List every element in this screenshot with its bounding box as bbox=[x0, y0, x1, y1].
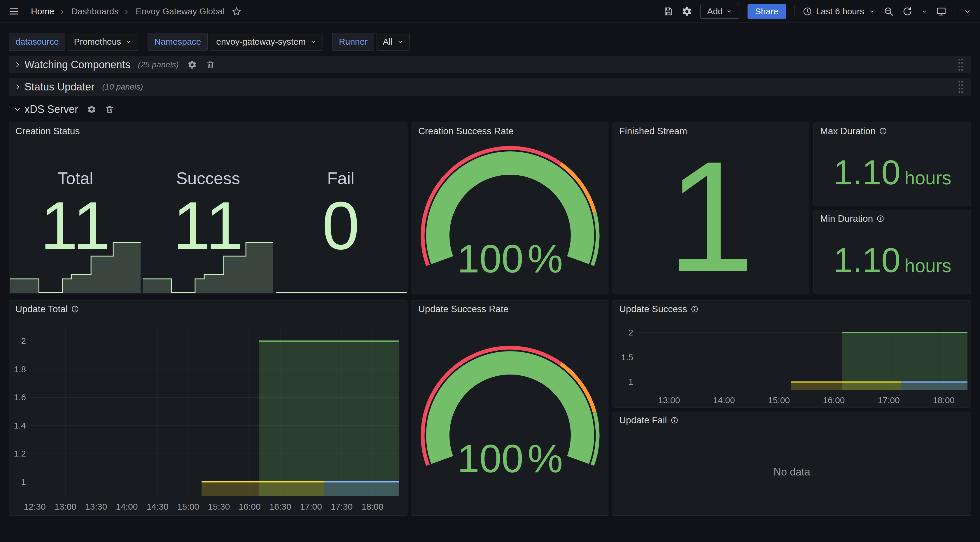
svg-text:17:30: 17:30 bbox=[331, 502, 353, 512]
runner-label: Runner bbox=[332, 33, 374, 51]
row-title[interactable]: Watching Components bbox=[24, 59, 130, 71]
panel-title: Update Total bbox=[16, 304, 68, 314]
chevron-down-icon bbox=[310, 38, 317, 45]
svg-text:17:00: 17:00 bbox=[300, 502, 322, 512]
panel-title: Min Duration bbox=[820, 213, 873, 224]
info-icon[interactable] bbox=[71, 305, 79, 313]
panel-title: Update Success Rate bbox=[418, 304, 509, 314]
panel-header[interactable]: Creation Success Rate bbox=[412, 123, 608, 139]
svg-text:1: 1 bbox=[628, 377, 633, 387]
svg-text:16:00: 16:00 bbox=[823, 395, 845, 405]
panel-header[interactable]: Creation Status bbox=[9, 123, 407, 139]
svg-text:13:30: 13:30 bbox=[85, 502, 107, 512]
svg-text:14:30: 14:30 bbox=[147, 502, 169, 512]
duration-unit: hours bbox=[904, 257, 951, 275]
info-icon[interactable] bbox=[690, 305, 698, 313]
svg-text:12:30: 12:30 bbox=[24, 502, 46, 512]
gear-icon[interactable] bbox=[682, 6, 692, 17]
stat-value: 11 bbox=[173, 192, 243, 260]
toolbar-actions: Add Share Last 6 hours bbox=[663, 4, 972, 19]
row-title[interactable]: Status Updater bbox=[24, 81, 94, 93]
namespace-label: Namespace bbox=[148, 33, 208, 51]
panel-title: Creation Success Rate bbox=[418, 126, 514, 137]
add-button[interactable]: Add bbox=[700, 4, 739, 19]
toolbar-divider bbox=[955, 6, 955, 17]
panel-finished-stream: Finished Stream 1 bbox=[612, 123, 810, 294]
timeseries-update-success: 11.5213:0014:0015:0016:0017:0018:00 bbox=[613, 317, 971, 407]
chevron-down-icon bbox=[125, 38, 132, 45]
panel-header[interactable]: Update Success Rate bbox=[412, 301, 608, 317]
panel-header[interactable]: Update Fail bbox=[613, 412, 971, 428]
row-status-updater[interactable]: Status Updater (10 panels) bbox=[9, 78, 971, 96]
panel-header[interactable]: Update Total bbox=[9, 301, 407, 317]
panel-update-total: Update Total 11.21.41.61.8212:3013:0013:… bbox=[9, 300, 407, 516]
panel-header[interactable]: Min Duration bbox=[814, 210, 971, 227]
panel-creation-success-rate: Creation Success Rate 100% bbox=[412, 123, 608, 294]
runner-select[interactable]: All bbox=[377, 33, 409, 51]
trash-icon[interactable] bbox=[205, 60, 215, 69]
kiosk-monitor-icon[interactable] bbox=[936, 6, 947, 17]
stat-finished-stream-value: 1 bbox=[613, 139, 809, 294]
datasource-label: datasource bbox=[9, 33, 65, 51]
datasource-select[interactable]: Prometheus bbox=[68, 33, 138, 51]
breadcrumb-home[interactable]: Home bbox=[31, 6, 54, 16]
panel-title: Update Fail bbox=[619, 415, 667, 426]
datasource-value: Prometheus bbox=[74, 37, 121, 47]
svg-text:13:00: 13:00 bbox=[54, 502, 76, 512]
svg-text:15:00: 15:00 bbox=[177, 502, 199, 512]
runner-value: All bbox=[383, 37, 392, 47]
gear-icon[interactable] bbox=[87, 105, 96, 114]
menu-icon[interactable] bbox=[9, 6, 19, 17]
stat-label: Success bbox=[176, 168, 240, 188]
svg-text:2: 2 bbox=[21, 336, 26, 346]
chevron-down-icon[interactable] bbox=[13, 105, 22, 113]
svg-text:1.2: 1.2 bbox=[14, 449, 26, 458]
refresh-icon[interactable] bbox=[902, 6, 913, 17]
panel-title: Creation Status bbox=[16, 126, 80, 137]
row-drag-handle-icon[interactable] bbox=[955, 80, 967, 94]
trash-icon[interactable] bbox=[105, 105, 115, 114]
namespace-select[interactable]: envoy-gateway-system bbox=[210, 33, 323, 51]
star-icon[interactable] bbox=[232, 6, 242, 16]
grafana-dashboard: Home › Dashboards › Envoy Gateway Global… bbox=[0, 0, 980, 542]
row-title[interactable]: xDS Server bbox=[24, 103, 78, 116]
panel-update-success-rate: Update Success Rate 100% bbox=[412, 300, 608, 516]
panel-header[interactable]: Update Success bbox=[613, 301, 971, 317]
stat-min-duration: 1.10 hours bbox=[814, 227, 971, 294]
info-icon[interactable] bbox=[671, 416, 678, 424]
row-panel-count: (25 panels) bbox=[138, 60, 179, 69]
row-xds-server[interactable]: xDS Server bbox=[9, 100, 971, 118]
time-range-picker[interactable]: Last 6 hours bbox=[803, 6, 875, 16]
row-drag-handle-icon[interactable] bbox=[955, 58, 967, 72]
svg-text:13:00: 13:00 bbox=[658, 395, 680, 405]
chevron-right-icon[interactable] bbox=[13, 61, 22, 69]
dashboard-variables: datasource Prometheus Namespace envoy-ga… bbox=[9, 33, 410, 51]
svg-text:1.4: 1.4 bbox=[14, 421, 26, 430]
info-icon[interactable] bbox=[877, 215, 885, 223]
svg-text:1: 1 bbox=[21, 477, 26, 486]
gear-icon[interactable] bbox=[188, 60, 197, 69]
panel-header[interactable]: Max Duration bbox=[814, 123, 971, 139]
time-range-label: Last 6 hours bbox=[816, 6, 864, 16]
info-icon[interactable] bbox=[879, 127, 887, 135]
zoom-out-icon[interactable] bbox=[883, 6, 894, 17]
refresh-interval-chevron-icon[interactable] bbox=[921, 8, 928, 15]
svg-text:100%: 100% bbox=[457, 237, 563, 281]
timeseries-update-total: 11.21.41.61.8212:3013:0013:3014:0014:301… bbox=[9, 317, 407, 515]
breadcrumb-dashboard-title: Envoy Gateway Global bbox=[135, 6, 224, 16]
stat-max-duration: 1.10 hours bbox=[814, 139, 971, 206]
svg-text:14:00: 14:00 bbox=[713, 395, 735, 405]
save-icon[interactable] bbox=[663, 6, 673, 17]
chevron-right-icon[interactable] bbox=[13, 83, 22, 91]
panel-update-success: Update Success 11.5213:0014:0015:0016:00… bbox=[612, 300, 971, 408]
breadcrumb-separator: › bbox=[60, 6, 64, 17]
stat-label: Fail bbox=[327, 168, 355, 188]
variable-namespace: Namespace envoy-gateway-system bbox=[148, 33, 323, 51]
svg-text:15:00: 15:00 bbox=[768, 395, 790, 405]
share-button[interactable]: Share bbox=[748, 4, 786, 19]
breadcrumb-dashboards[interactable]: Dashboards bbox=[72, 6, 119, 16]
row-watching-components[interactable]: Watching Components (25 panels) bbox=[9, 56, 971, 73]
clock-icon bbox=[803, 7, 812, 16]
collapse-toolbar-chevron-icon[interactable] bbox=[963, 7, 972, 16]
panel-update-fail: Update Fail No data bbox=[612, 411, 971, 516]
